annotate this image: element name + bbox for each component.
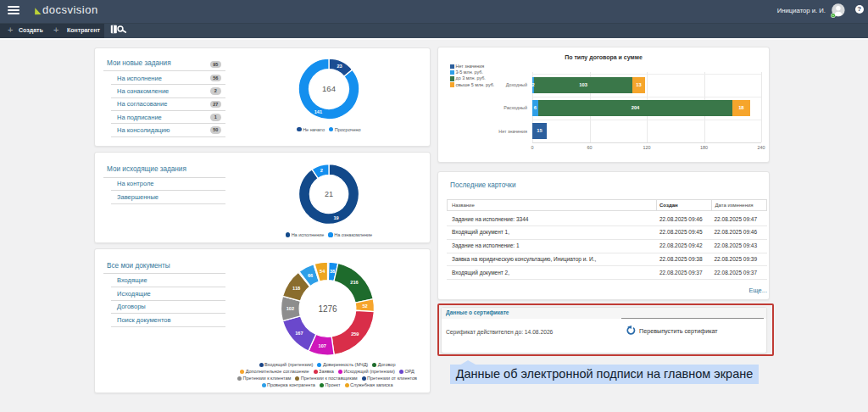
svg-text:1276: 1276 bbox=[318, 304, 337, 314]
svg-text:216: 216 bbox=[350, 280, 358, 285]
svg-text:52: 52 bbox=[362, 303, 367, 309]
svg-text:141: 141 bbox=[314, 109, 322, 114]
svg-text:23: 23 bbox=[337, 64, 342, 69]
svg-text:54: 54 bbox=[320, 269, 326, 274]
svg-text:2: 2 bbox=[320, 168, 323, 173]
svg-text:259: 259 bbox=[351, 331, 359, 337]
svg-text:118: 118 bbox=[292, 286, 300, 291]
svg-text:164: 164 bbox=[322, 84, 336, 93]
svg-text:38: 38 bbox=[330, 269, 335, 274]
svg-text:102: 102 bbox=[287, 306, 294, 311]
svg-text:66: 66 bbox=[308, 273, 313, 278]
svg-text:167: 167 bbox=[295, 331, 303, 336]
svg-text:19: 19 bbox=[333, 215, 338, 220]
svg-text:107: 107 bbox=[319, 343, 326, 348]
svg-text:21: 21 bbox=[325, 190, 333, 198]
